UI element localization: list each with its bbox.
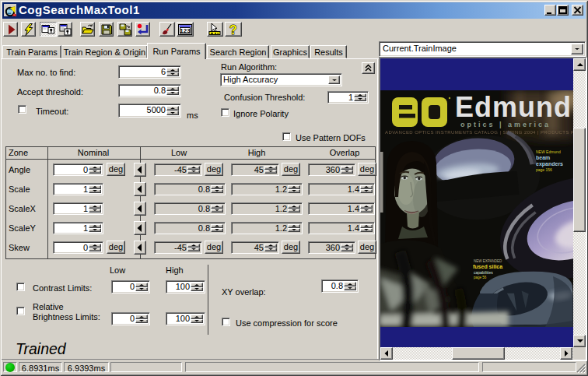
svg-text:page 56: page 56 <box>474 276 487 279</box>
svg-text:beam: beam <box>536 155 550 160</box>
svg-text:NEW EXPANDED: NEW EXPANDED <box>474 259 502 263</box>
svg-text:capabilities: capabilities <box>474 270 493 275</box>
svg-text:page 156: page 156 <box>536 167 552 172</box>
svg-text:expanders: expanders <box>536 161 563 167</box>
svg-text:fused silica: fused silica <box>473 264 502 269</box>
svg-text:Edmund: Edmund <box>455 91 572 123</box>
svg-text:?: ? <box>229 23 237 36</box>
svg-text:ADVANCED OPTICS INSTRUMENTS CA: ADVANCED OPTICS INSTRUMENTS CATALOG | SP… <box>385 130 573 135</box>
svg-text:NEW Edmund: NEW Edmund <box>536 149 561 154</box>
svg-text:123: 123 <box>180 27 191 34</box>
svg-text:optics | america: optics | america <box>460 121 551 128</box>
